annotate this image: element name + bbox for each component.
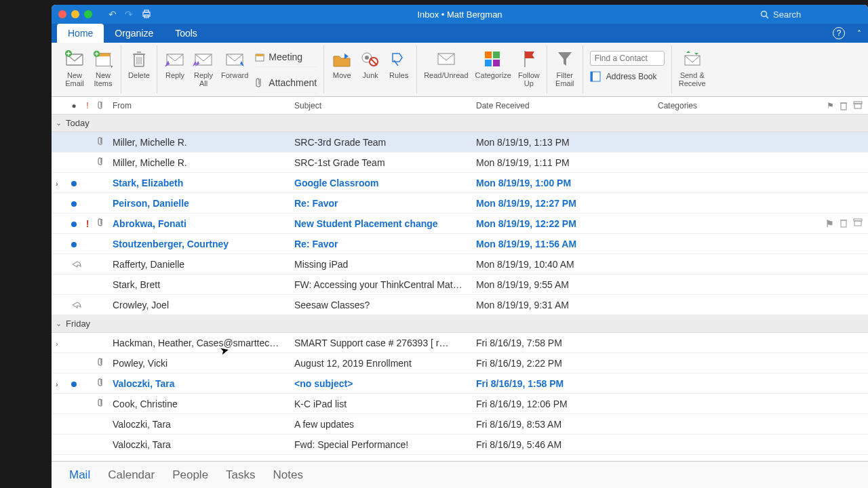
minimize-icon[interactable] [71,10,79,18]
search-input[interactable] [773,9,861,20]
reply-button[interactable]: Reply [164,47,186,79]
move-button[interactable]: Move [331,47,353,79]
message-date: Fri 8/16/19, 8:53 AM [472,419,654,430]
message-subject: <no subject> [290,378,472,389]
search-box[interactable] [760,9,861,20]
rules-button[interactable]: Rules [388,47,410,79]
header-importance[interactable]: ! [81,101,94,110]
expand-toggle[interactable]: › [52,378,66,389]
tab-organize[interactable]: Organize [104,24,164,43]
header-date[interactable]: Date Received [472,101,654,110]
svg-rect-25 [256,54,264,56]
svg-line-29 [370,58,377,65]
group-label: Friday [66,319,90,329]
flag-icon[interactable]: ⚑ [825,218,834,229]
message-row[interactable]: Rafferty, DanielleMissing iPadMon 8/19/1… [52,254,868,274]
message-from: Stoutzenberger, Courtney [108,239,290,249]
attachment-indicator [94,358,108,368]
message-row[interactable]: Peirson, DanielleRe: FavorMon 8/19/19, 1… [52,193,868,214]
header-subject[interactable]: Subject [290,101,472,110]
message-row[interactable]: Stark, BrettFW: Accessing your ThinkCent… [52,274,868,295]
tab-tools[interactable]: Tools [164,24,208,43]
message-subject: Re: Favor [290,198,472,209]
traffic-lights [52,10,92,18]
categorize-button[interactable]: Categorize [475,47,511,79]
address-book-button[interactable]: Address Book [590,71,665,82]
nav-mail[interactable]: Mail [69,468,90,482]
message-subject: FW: Accessing your ThinkCentral Mat… [290,279,472,290]
message-row[interactable]: Miller, Michelle R.SRC-3rd Grade TeamMon… [52,132,868,152]
group-header[interactable]: ⌄Today [52,115,868,132]
message-from: Peirson, Danielle [108,198,290,209]
attachment-button[interactable]: Attachment [255,73,317,93]
trash-icon[interactable] [840,218,848,229]
reply-all-button[interactable]: Reply All [193,47,214,87]
message-row[interactable]: Powley, VickiAugust 12, 2019 EnrollmentF… [52,353,868,373]
new-items-button[interactable]: New Items [92,47,114,87]
redo-icon[interactable]: ↷ [125,9,133,20]
find-contact-input[interactable] [590,51,665,66]
message-row[interactable]: !Abrokwa, FonatiNew Student Placement ch… [52,214,868,234]
message-subject: A few updates [290,419,472,430]
junk-icon [359,48,381,70]
message-row[interactable]: ›Hackman, Heather, Cases@smarttec…SMART … [52,333,868,353]
ribbon-tabs: Home Organize Tools ? ˄ [52,24,868,43]
message-date: Mon 8/19/19, 1:00 PM [472,178,654,188]
message-date: Mon 8/19/19, 12:22 PM [472,218,654,229]
reply-icon [164,48,186,70]
send-receive-button[interactable]: Send & Receive [679,47,706,87]
header-from[interactable]: From [108,101,290,110]
print-icon[interactable] [141,9,152,20]
svg-rect-46 [854,221,861,226]
nav-tasks[interactable]: Tasks [226,468,255,482]
help-icon[interactable]: ? [833,27,845,39]
header-unread[interactable]: ● [66,101,81,110]
nav-people[interactable]: People [172,468,208,482]
collapse-ribbon-icon[interactable]: ˄ [857,29,861,39]
read-unread-button[interactable]: Read/Unread [424,47,468,79]
forward-button[interactable]: Forward [221,47,248,79]
message-from: Valoczki, Tara [108,419,290,430]
message-row[interactable]: Cook, ChristineK-C iPad listFri 8/16/19,… [52,394,868,414]
meeting-button[interactable]: Meeting [255,47,317,67]
tab-home[interactable]: Home [57,24,104,43]
window-title: Inbox • Matt Bergman [52,9,868,20]
message-row[interactable]: Valoczki, TaraA few updatesFri 8/16/19, … [52,414,868,434]
message-from: Crowley, Joel [108,300,290,310]
delete-column-icon[interactable] [840,101,848,110]
junk-button[interactable]: Junk [359,47,381,79]
filter-email-button[interactable]: Filter Email [554,47,576,87]
nav-calendar[interactable]: Calendar [108,468,155,482]
expand-toggle[interactable]: › [52,338,66,348]
header-attachment[interactable] [94,101,108,110]
expand-toggle[interactable]: › [52,178,66,188]
svg-rect-39 [841,103,846,110]
undo-icon[interactable]: ↶ [108,9,117,20]
group-header[interactable]: ⌄Friday [52,315,868,333]
new-email-button[interactable]: New Email [64,47,85,87]
send-receive-icon [682,48,703,70]
archive-icon[interactable] [853,218,863,229]
message-from: Stark, Elizabeth [108,178,290,188]
archive-column-icon[interactable] [853,101,863,110]
message-row[interactable]: Stoutzenberger, CourtneyRe: FavorMon 8/1… [52,234,868,254]
column-headers: ● ! From Subject Date Received Categorie… [52,97,868,115]
message-row[interactable]: ›Stark, ElizabethGoogle ClassroomMon 8/1… [52,173,868,193]
attachment-indicator [94,399,108,409]
message-row[interactable]: Valoczki, TaraFwd: Special Performance!F… [52,434,868,455]
message-date: Fri 8/16/19, 1:58 PM [472,378,654,389]
message-row[interactable]: ›Valoczki, Tara<no subject>Fri 8/16/19, … [52,373,868,394]
message-date: Mon 8/19/19, 11:56 AM [472,239,654,249]
nav-notes[interactable]: Notes [273,468,303,482]
maximize-icon[interactable] [84,10,92,18]
close-icon[interactable] [58,10,66,18]
bottom-nav: Mail Calendar People Tasks Notes [52,461,868,488]
follow-up-button[interactable]: Follow Up [518,47,540,87]
rules-icon [388,48,410,70]
delete-button[interactable]: Delete [128,47,150,79]
message-row[interactable]: Crowley, JoelSeesaw Classes?Mon 8/19/19,… [52,295,868,315]
flag-column-icon[interactable]: ⚑ [827,101,834,110]
message-from: Powley, Vicki [108,358,290,369]
header-categories[interactable]: Categories [654,101,827,110]
message-row[interactable]: Miller, Michelle R.SRC-1st Grade TeamMon… [52,152,868,173]
